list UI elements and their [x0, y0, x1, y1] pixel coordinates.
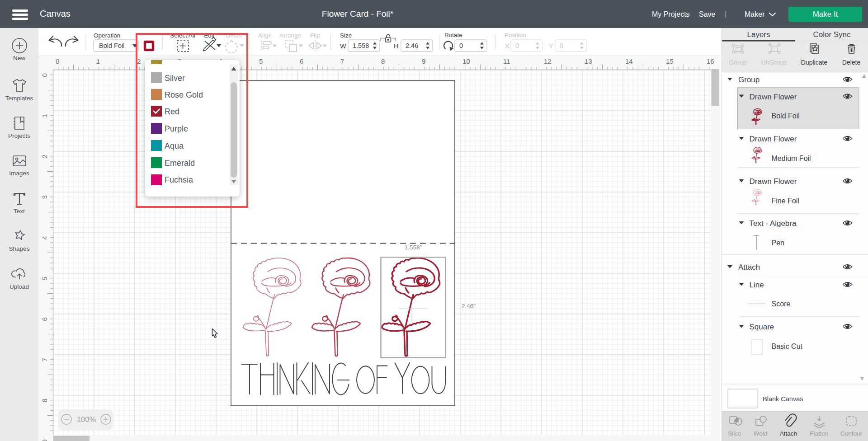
- svg-text:Score: Score: [772, 300, 791, 308]
- svg-text:1.558”: 1.558”: [405, 244, 422, 251]
- svg-text:5: 5: [259, 57, 263, 65]
- svg-text:0: 0: [560, 42, 563, 49]
- svg-text:Weld: Weld: [754, 430, 768, 437]
- svg-text:1: 1: [96, 57, 100, 65]
- svg-text:Position: Position: [505, 32, 526, 38]
- svg-text:Drawn Flower: Drawn Flower: [750, 135, 797, 143]
- svg-text:6: 6: [300, 57, 303, 65]
- svg-text:14: 14: [625, 57, 633, 65]
- svg-text:9: 9: [422, 57, 425, 65]
- svg-text:9: 9: [41, 439, 48, 441]
- svg-text:Contour: Contour: [840, 430, 863, 437]
- svg-text:5: 5: [41, 277, 48, 280]
- svg-text:Flip: Flip: [310, 32, 320, 39]
- svg-text:Group: Group: [729, 59, 747, 66]
- svg-text:Flatten: Flatten: [810, 430, 828, 437]
- svg-text:Operation: Operation: [94, 32, 120, 39]
- svg-text:0: 0: [56, 57, 59, 65]
- svg-text:4: 4: [41, 236, 48, 239]
- svg-text:Medium Foil: Medium Foil: [772, 155, 811, 162]
- svg-text:Size: Size: [340, 32, 352, 39]
- svg-text:Square: Square: [750, 323, 774, 331]
- svg-text:10: 10: [462, 57, 470, 65]
- svg-text:2.46”: 2.46”: [462, 303, 476, 310]
- svg-text:Layers: Layers: [747, 30, 770, 39]
- svg-text:Y: Y: [549, 42, 553, 50]
- svg-text:Attach: Attach: [780, 430, 797, 437]
- svg-text:8: 8: [381, 57, 385, 65]
- svg-text:0: 0: [459, 42, 463, 49]
- svg-text:Bold Foil: Bold Foil: [772, 112, 800, 120]
- svg-text:X: X: [505, 42, 509, 50]
- svg-text:UnGroup: UnGroup: [761, 59, 787, 66]
- svg-text:Basic Cut: Basic Cut: [772, 342, 803, 350]
- svg-text:1.558: 1.558: [353, 42, 369, 49]
- svg-text:15: 15: [666, 57, 674, 65]
- svg-text:Delete: Delete: [842, 59, 861, 66]
- svg-text:Slice: Slice: [728, 430, 741, 437]
- svg-text:Color Sync: Color Sync: [813, 30, 851, 39]
- svg-text:Text - Algebra: Text - Algebra: [750, 219, 797, 228]
- svg-text:16: 16: [707, 57, 714, 65]
- svg-text:11: 11: [503, 57, 510, 65]
- svg-text:Align: Align: [258, 32, 272, 39]
- svg-text:0: 0: [41, 73, 48, 77]
- svg-text:2.46: 2.46: [406, 42, 418, 49]
- svg-text:Attach: Attach: [738, 263, 760, 272]
- svg-text:Drawn Flower: Drawn Flower: [750, 93, 797, 101]
- svg-text:Duplicate: Duplicate: [801, 59, 828, 66]
- svg-text:0: 0: [515, 42, 519, 49]
- svg-text:H: H: [394, 42, 398, 50]
- svg-text:Pen: Pen: [772, 239, 784, 247]
- svg-text:1: 1: [41, 114, 48, 117]
- svg-text:Fine Foil: Fine Foil: [772, 197, 799, 205]
- svg-text:W: W: [340, 42, 346, 50]
- svg-text:Group: Group: [738, 75, 760, 84]
- svg-text:Line: Line: [750, 281, 764, 289]
- svg-text:Rotate: Rotate: [444, 32, 462, 38]
- svg-text:3: 3: [41, 195, 48, 199]
- svg-text:13: 13: [585, 57, 592, 65]
- svg-text:100%: 100%: [77, 415, 96, 423]
- svg-text:Bold Foil: Bold Foil: [99, 42, 124, 49]
- svg-text:6: 6: [41, 317, 48, 321]
- svg-text:Arrange: Arrange: [279, 32, 301, 39]
- svg-text:7: 7: [41, 358, 48, 361]
- svg-text:8: 8: [41, 399, 48, 402]
- svg-text:7: 7: [340, 57, 344, 65]
- svg-text:Blank Canvas: Blank Canvas: [763, 395, 803, 403]
- svg-text:Drawn Flower: Drawn Flower: [750, 177, 797, 186]
- svg-text:12: 12: [544, 57, 552, 65]
- svg-text:2: 2: [41, 155, 48, 158]
